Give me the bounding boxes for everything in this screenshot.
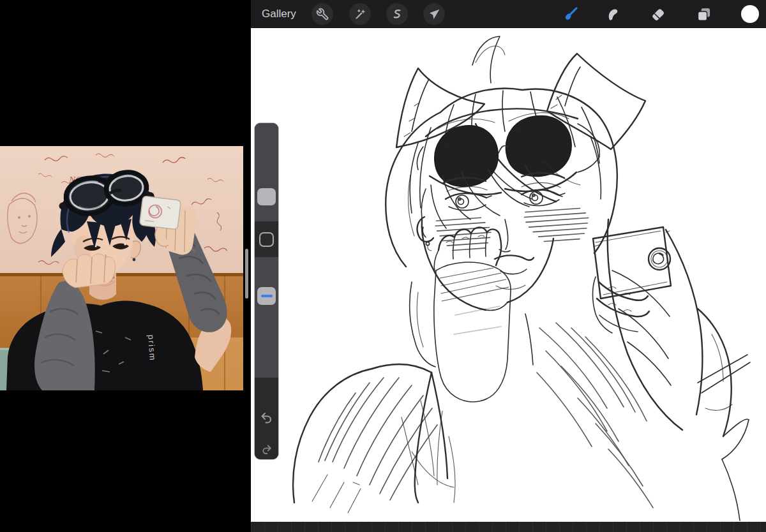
opacity-slider-thumb[interactable]	[257, 287, 276, 305]
brush-size-slider-thumb[interactable]	[257, 188, 276, 205]
redo-button[interactable]	[255, 436, 278, 459]
sketch-face	[417, 172, 590, 365]
layers-icon	[695, 6, 712, 23]
actions-button[interactable]	[312, 3, 333, 25]
adjustments-wand-icon	[354, 8, 367, 21]
bottom-strip	[251, 522, 766, 532]
layers-button[interactable]	[694, 4, 713, 24]
selection-s-icon	[391, 8, 404, 21]
shirt-text: prism	[146, 334, 158, 362]
modify-square-icon[interactable]	[259, 232, 274, 247]
sketch-sleeve	[698, 309, 750, 521]
smudge-icon	[605, 6, 622, 23]
color-button[interactable]	[741, 5, 759, 23]
opacity-slider[interactable]	[255, 257, 278, 378]
brush-size-slider[interactable]	[255, 123, 278, 221]
sketch-shoulder-shading-right	[525, 316, 680, 522]
modify-section	[255, 221, 278, 257]
eraser-button[interactable]	[648, 4, 667, 24]
sketch-artwork	[251, 28, 766, 522]
actions-wrench-icon	[316, 8, 329, 21]
smudge-button[interactable]	[603, 4, 622, 24]
photo-phone	[139, 196, 181, 230]
split-view-divider-handle[interactable]	[245, 249, 248, 299]
side-toolbar	[255, 123, 278, 459]
procreate-window: Gallery	[251, 0, 766, 532]
sketch-phone-fingers	[593, 277, 650, 333]
eraser-icon	[649, 6, 666, 23]
gallery-button[interactable]: Gallery	[262, 0, 296, 28]
top-toolbar: Gallery	[251, 0, 766, 28]
undo-arrow-icon	[259, 411, 274, 425]
undo-redo-section	[255, 378, 278, 459]
selection-button[interactable]	[386, 3, 408, 25]
opacity-accent-dash	[261, 295, 273, 298]
procreate-split-screen: NCT prism	[0, 0, 766, 532]
sketch-antenna	[472, 36, 505, 83]
paint-brush-icon	[562, 6, 579, 23]
transform-button[interactable]	[423, 3, 445, 25]
redo-arrow-icon	[260, 442, 273, 455]
transform-arrow-icon	[428, 8, 441, 21]
brush-button[interactable]	[560, 4, 580, 24]
undo-button[interactable]	[255, 405, 278, 431]
adjustments-button[interactable]	[349, 3, 371, 25]
drawing-canvas[interactable]	[251, 28, 766, 522]
reference-panel: NCT prism	[0, 0, 251, 532]
reference-photo: NCT prism	[0, 146, 243, 390]
